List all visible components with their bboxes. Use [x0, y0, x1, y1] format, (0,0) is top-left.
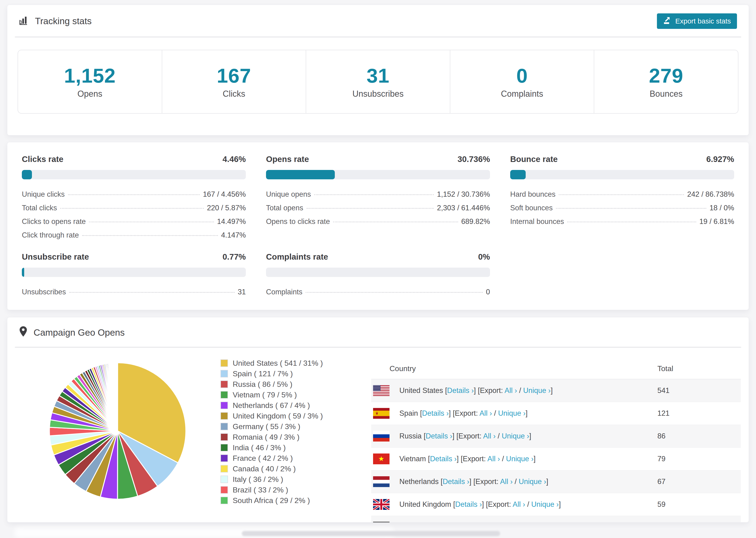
export-unique-link[interactable]: Unique › — [531, 500, 559, 509]
export-unique-link[interactable]: Unique › — [506, 455, 533, 463]
geo-legend: United States ( 541 / 31% )Spain ( 121 /… — [220, 358, 352, 507]
rate-rows: Unique opens1,152 / 30.736%Total opens2,… — [266, 190, 490, 226]
rate-rows: Hard bounces242 / 86.738%Soft bounces18 … — [510, 190, 734, 226]
geo-header: Campaign Geo Opens — [7, 317, 749, 347]
rate-head-bounce-rate: Bounce rate6.927% — [510, 154, 734, 164]
legend-item-italy[interactable]: Italy ( 36 / 2% ) — [220, 475, 352, 483]
rate-row-label: Hard bounces — [510, 190, 556, 198]
rate-row-hard-bounces: Hard bounces242 / 86.738% — [510, 190, 734, 198]
rate-block-complaints-rate: Complaints rate0%Complaints0 — [266, 252, 490, 296]
rates-card: Clicks rate4.46%Unique clicks167 / 4.456… — [7, 142, 749, 310]
country-links: Russia [Details ›] [Export: All › / Uniq… — [399, 432, 531, 440]
rate-head-opens-rate: Opens rate30.736% — [266, 154, 490, 164]
export-all-link[interactable]: All › — [487, 455, 500, 463]
export-all-link[interactable]: All › — [513, 500, 525, 509]
legend-item-india[interactable]: India ( 46 / 3% ) — [220, 444, 352, 452]
legend-item-netherlands[interactable]: Netherlands ( 67 / 4% ) — [220, 402, 352, 409]
rate-value: 0% — [478, 252, 490, 261]
bracket: ] [ — [449, 409, 455, 417]
rate-row-unique-opens: Unique opens1,152 / 30.736% — [266, 190, 490, 198]
country-cell: Germany [Details ›] [Export: All › / Uni… — [371, 522, 655, 522]
dotted-leader — [567, 222, 696, 222]
details-link[interactable]: Details › — [455, 500, 482, 509]
rates-grid: Clicks rate4.46%Unique clicks167 / 4.456… — [22, 154, 734, 296]
rate-row-value: 0 — [486, 288, 490, 296]
export-unique-link[interactable]: Unique › — [502, 432, 529, 440]
tracking-stats-card: Tracking stats Export basic stats 1,152O… — [7, 5, 749, 135]
country-name: United Kingdom — [399, 500, 453, 509]
country-cell: Vietnam [Details ›] [Export: All › / Uni… — [371, 454, 655, 464]
export-all-link[interactable]: All › — [500, 477, 513, 486]
legend-item-france[interactable]: France ( 42 / 2% ) — [220, 454, 352, 462]
dotted-leader — [82, 235, 218, 236]
country-links: United Kingdom [Details ›] [Export: All … — [399, 500, 561, 509]
legend-item-romania[interactable]: Romania ( 49 / 3% ) — [220, 433, 352, 441]
export-all-link[interactable]: All › — [483, 432, 496, 440]
legend-swatch — [220, 359, 228, 367]
separator: / — [517, 386, 523, 395]
rate-block-opens-rate: Opens rate30.736%Unique opens1,152 / 30.… — [266, 154, 490, 240]
rate-progress-fill — [22, 170, 32, 179]
details-link[interactable]: Details › — [426, 432, 453, 440]
legend-item-vietnam[interactable]: Vietnam ( 79 / 5% ) — [220, 391, 352, 399]
summary-cell-unsubscribes: 31Unsubscribes — [306, 50, 450, 113]
legend-item-germany[interactable]: Germany ( 55 / 3% ) — [220, 422, 352, 430]
rate-title: Unsubscribe rate — [22, 252, 89, 261]
rate-head-complaints-rate: Complaints rate0% — [266, 252, 490, 261]
rate-row-label: Clicks to opens rate — [22, 217, 86, 226]
summary-cell-clicks: 167Clicks — [162, 50, 306, 113]
export-basic-stats-button[interactable]: Export basic stats — [657, 13, 737, 29]
horizontal-scrollbar-thumb[interactable] — [242, 531, 500, 536]
export-label: Export: — [455, 409, 479, 417]
summary-value-complaints: 0 — [450, 65, 594, 86]
legend-label: United States ( 541 / 31% ) — [233, 359, 323, 367]
tracking-stats-header: Tracking stats Export basic stats — [7, 5, 749, 36]
legend-item-united-kingdom[interactable]: United Kingdom ( 59 / 3% ) — [220, 412, 352, 420]
details-link[interactable]: Details › — [443, 477, 469, 486]
rate-rows: Unsubscribes31 — [22, 288, 246, 296]
rate-row-label: Unsubscribes — [22, 288, 66, 296]
geo-table: Country Total United States [Details ›] … — [371, 358, 741, 522]
legend-item-south-africa[interactable]: South Africa ( 29 / 2% ) — [220, 497, 352, 505]
rate-row-total-clicks: Total clicks220 / 5.87% — [22, 204, 246, 212]
legend-swatch — [220, 381, 228, 388]
header-divider — [15, 36, 741, 37]
separator: / — [500, 455, 506, 463]
summary-cell-opens: 1,152Opens — [18, 50, 162, 113]
details-link[interactable]: Details › — [422, 409, 449, 417]
legend-swatch — [220, 391, 228, 399]
geo-table-row-russia: Russia [Details ›] [Export: All › / Uniq… — [371, 425, 741, 448]
geo-pie-chart[interactable] — [45, 358, 190, 504]
country-total: 67 — [655, 477, 741, 486]
export-unique-link[interactable]: Unique › — [523, 386, 551, 395]
export-icon — [663, 16, 672, 26]
rate-row-unsubscribes: Unsubscribes31 — [22, 288, 246, 296]
details-link[interactable]: Details › — [447, 386, 474, 395]
rate-progress-fill — [510, 170, 526, 179]
legend-item-united-states[interactable]: United States ( 541 / 31% ) — [220, 359, 352, 367]
dotted-leader — [556, 208, 706, 209]
legend-item-russia[interactable]: Russia ( 86 / 5% ) — [220, 380, 352, 388]
legend-item-canada[interactable]: Canada ( 40 / 2% ) — [220, 465, 352, 473]
country-name: Russia — [399, 432, 423, 440]
geo-title: Campaign Geo Opens — [33, 327, 125, 338]
export-all-link[interactable]: All › — [479, 409, 492, 417]
legend-label: Spain ( 121 / 7% ) — [233, 370, 293, 378]
bracket: ] — [529, 432, 531, 440]
export-label: Export: — [488, 500, 513, 509]
summary-label-opens: Opens — [18, 89, 162, 99]
legend-item-spain[interactable]: Spain ( 121 / 7% ) — [220, 370, 352, 378]
dotted-leader — [68, 194, 200, 195]
export-all-link[interactable]: All › — [505, 386, 517, 395]
legend-item-brazil[interactable]: Brazil ( 33 / 2% ) — [220, 486, 352, 494]
rate-value: 0.77% — [223, 252, 246, 261]
country-links: Vietnam [Details ›] [Export: All › / Uni… — [399, 455, 536, 463]
separator: / — [525, 500, 531, 509]
legend-swatch — [220, 476, 228, 483]
rate-row-click-through-rate: Click through rate4.147% — [22, 231, 246, 240]
details-link[interactable]: Details › — [430, 455, 457, 463]
flag-de-icon — [373, 522, 390, 522]
export-unique-link[interactable]: Unique › — [519, 477, 546, 486]
export-unique-link[interactable]: Unique › — [498, 409, 525, 417]
pie-slice-other[interactable] — [117, 363, 118, 431]
